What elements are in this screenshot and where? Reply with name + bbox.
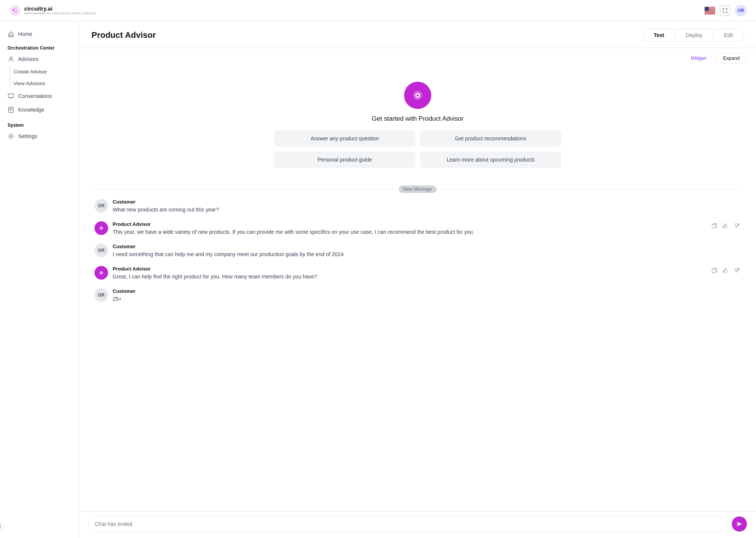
content-area: Product Advisor Test Deploy Edit Widget … bbox=[79, 21, 756, 538]
suggestion-2[interactable]: Personal product guide bbox=[274, 151, 415, 168]
chat-input[interactable] bbox=[88, 516, 728, 532]
sidebar-nav: Home Orchestration Center Advisors Creat… bbox=[0, 27, 79, 532]
widget-view-button[interactable]: Widget bbox=[684, 53, 713, 64]
system-label: System bbox=[0, 117, 79, 129]
chat-input-area bbox=[79, 511, 756, 538]
table-row: Product Advisor This year, we have a wid… bbox=[94, 221, 741, 236]
svg-rect-11 bbox=[705, 12, 715, 12]
page-title: Product Advisor bbox=[91, 30, 156, 40]
knowledge-label: Knowledge bbox=[18, 107, 44, 113]
svg-rect-10 bbox=[705, 11, 715, 12]
message-sender-4: Product Advisor bbox=[113, 266, 706, 272]
sidebar-item-conversations[interactable]: Conversations bbox=[0, 89, 79, 103]
advisor-avatar-4 bbox=[94, 266, 108, 280]
svg-rect-13 bbox=[705, 13, 715, 14]
message-sender-2: Product Advisor bbox=[113, 221, 706, 227]
customer-avatar-3: OR bbox=[94, 244, 108, 257]
divider-line-left bbox=[94, 189, 394, 190]
message-text-1: What new products are coming out this ye… bbox=[113, 206, 741, 214]
sidebar-item-settings[interactable]: Settings bbox=[0, 129, 79, 143]
tab-group: Test Deploy Edit bbox=[643, 29, 744, 42]
expand-view-button[interactable]: Expand bbox=[716, 53, 747, 64]
advisor-avatar-2 bbox=[94, 221, 108, 235]
flag-icon[interactable] bbox=[705, 7, 715, 14]
orchestration-center-label: Orchestration Center bbox=[0, 41, 79, 52]
table-row: OR Customer 25+ bbox=[94, 288, 741, 303]
home-icon bbox=[8, 31, 14, 37]
tab-deploy[interactable]: Deploy bbox=[675, 29, 713, 41]
sidebar-item-advisors[interactable]: Advisors bbox=[0, 52, 79, 66]
table-row: OR Customer I need something that can he… bbox=[94, 244, 741, 258]
advisor-msg-icon bbox=[98, 225, 105, 232]
svg-point-16 bbox=[10, 57, 12, 59]
chat-container: Widget Expand Get started with Pr bbox=[79, 48, 756, 538]
header-right: OR bbox=[705, 5, 747, 17]
advisors-icon bbox=[8, 56, 14, 62]
message-text-2: This year, we have a wide variety of new… bbox=[113, 228, 706, 236]
svg-rect-18 bbox=[9, 107, 14, 112]
message-content-5: Customer 25+ bbox=[113, 288, 741, 303]
send-icon bbox=[736, 521, 743, 527]
customer-avatar-5: OR bbox=[94, 288, 108, 302]
tab-edit[interactable]: Edit bbox=[713, 29, 744, 41]
conversations-label: Conversations bbox=[18, 93, 52, 99]
suggestion-1[interactable]: Get product recommendations bbox=[420, 130, 561, 147]
message-text-5: 25+ bbox=[113, 295, 741, 303]
suggestion-grid: Answer any product question Get product … bbox=[274, 130, 561, 168]
home-label: Home bbox=[18, 31, 32, 37]
message-actions-2 bbox=[710, 221, 741, 230]
view-advisors-label: View Advisors bbox=[14, 81, 45, 86]
message-content-1: Customer What new products are coming ou… bbox=[113, 199, 741, 214]
svg-rect-17 bbox=[8, 94, 14, 98]
logo-text-block: circuitry.ai EMPOWERED BY PRECISION INTE… bbox=[24, 6, 96, 16]
message-actions-4 bbox=[710, 266, 741, 275]
divider-line-right bbox=[441, 189, 741, 190]
svg-point-25 bbox=[101, 228, 102, 229]
top-header: circuitry.ai EMPOWERED BY PRECISION INTE… bbox=[0, 0, 756, 21]
message-content-3: Customer I need something that can help … bbox=[113, 244, 741, 258]
settings-label: Settings bbox=[18, 133, 37, 139]
message-sender-1: Customer bbox=[113, 199, 741, 205]
message-sender-3: Customer bbox=[113, 244, 741, 249]
copy-button-4[interactable] bbox=[710, 267, 719, 275]
settings-icon bbox=[8, 133, 14, 140]
advisor-logo-icon bbox=[411, 89, 424, 102]
thumbs-up-button-4[interactable] bbox=[721, 267, 730, 275]
message-text-3: I need something that can help me and my… bbox=[113, 250, 741, 258]
copy-button-2[interactable] bbox=[710, 222, 719, 230]
svg-point-1 bbox=[14, 9, 16, 12]
svg-rect-15 bbox=[705, 7, 709, 11]
svg-point-29 bbox=[101, 272, 102, 273]
thumbs-down-button-4[interactable] bbox=[732, 267, 741, 275]
sidebar-item-home[interactable]: Home bbox=[0, 27, 79, 41]
sidebar-item-view-advisors[interactable]: View Advisors bbox=[0, 78, 79, 89]
thumbs-down-button-2[interactable] bbox=[732, 222, 741, 230]
advisor-msg-icon-4 bbox=[98, 269, 105, 276]
svg-rect-30 bbox=[712, 269, 716, 273]
content-header: Product Advisor Test Deploy Edit bbox=[79, 21, 756, 48]
customer-avatar-1: OR bbox=[94, 199, 108, 213]
thumbs-up-button-2[interactable] bbox=[721, 222, 730, 230]
svg-rect-9 bbox=[705, 11, 715, 11]
svg-point-19 bbox=[10, 135, 12, 137]
sidebar-item-create-advisor[interactable]: Create Advisor bbox=[0, 66, 79, 78]
user-avatar[interactable]: OR bbox=[735, 5, 747, 17]
message-content-2: Product Advisor This year, we have a wid… bbox=[113, 221, 706, 236]
knowledge-icon bbox=[8, 106, 14, 113]
message-content-4: Product Advisor Great, I can help find t… bbox=[113, 266, 706, 281]
svg-rect-12 bbox=[705, 12, 715, 13]
svg-rect-14 bbox=[705, 14, 715, 14]
sidebar: Home Orchestration Center Advisors Creat… bbox=[0, 21, 79, 538]
conversations-icon bbox=[8, 93, 14, 100]
sidebar-item-knowledge[interactable]: Knowledge bbox=[0, 103, 79, 117]
send-button[interactable] bbox=[732, 516, 747, 532]
suggestion-0[interactable]: Answer any product question bbox=[274, 130, 415, 147]
logo-name: circuitry.ai bbox=[24, 6, 96, 12]
logo-subtext: EMPOWERED BY PRECISION INTELLIGENCE bbox=[24, 12, 96, 15]
main-layout: Home Orchestration Center Advisors Creat… bbox=[0, 21, 756, 538]
message-sender-5: Customer bbox=[113, 288, 741, 294]
suggestion-3[interactable]: Learn more about upcoming products bbox=[420, 151, 561, 168]
tab-test[interactable]: Test bbox=[643, 29, 675, 41]
fullscreen-icon[interactable] bbox=[720, 5, 730, 16]
starter-section: Get started with Product Advisor Answer … bbox=[94, 74, 741, 179]
